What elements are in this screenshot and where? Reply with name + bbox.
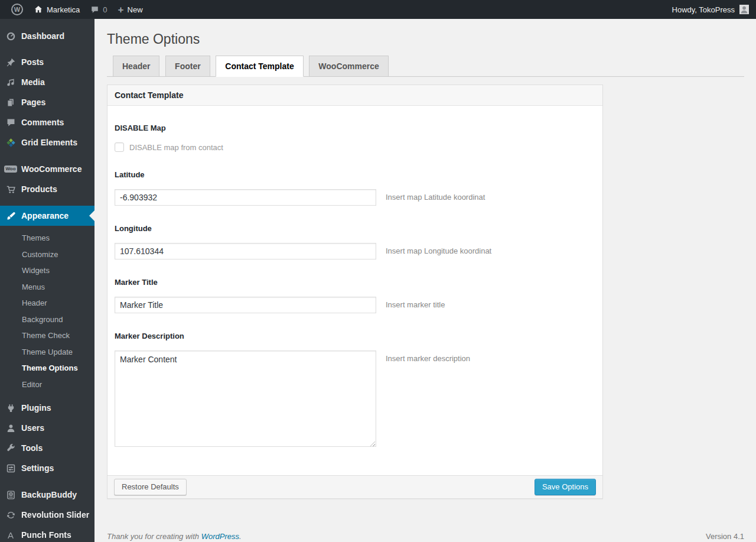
sidebar-item-grid-elements[interactable]: Grid Elements [0, 132, 94, 152]
appearance-submenu: Themes Customize Widgets Menus Header Ba… [0, 226, 94, 398]
wordpress-link[interactable]: WordPress [201, 532, 239, 541]
pages-stack-icon [5, 96, 17, 108]
disable-map-heading: DISABLE Map [115, 124, 595, 132]
sidebar-label: Pages [21, 98, 45, 107]
sidebar-label: Grid Elements [21, 138, 77, 147]
longitude-label: Longitude [115, 224, 595, 233]
sidebar-item-products[interactable]: Products [0, 179, 94, 199]
sidebar-item-users[interactable]: Users [0, 418, 94, 438]
submenu-item-customize[interactable]: Customize [0, 246, 94, 263]
sidebar-label: Posts [21, 57, 44, 67]
sidebar-item-comments[interactable]: Comments [0, 112, 94, 132]
panel-body: DISABLE Map DISABLE map from contact Lat… [107, 106, 602, 475]
field-group-disable-map: DISABLE Map DISABLE map from contact [115, 124, 595, 152]
pushpin-icon [5, 56, 17, 68]
latitude-input[interactable] [115, 189, 376, 206]
admin-bar: W Marketica 0 + New Howdy, TokoPress [0, 0, 756, 19]
submenu-item-theme-options[interactable]: Theme Options [0, 360, 94, 377]
footer-thanks-text: Thank you for creating with WordPress. [107, 532, 242, 541]
sidebar-label: Dashboard [21, 31, 64, 41]
wordpress-logo-menu[interactable]: W [6, 0, 28, 19]
marker-title-label: Marker Title [115, 278, 595, 287]
sidebar-label: BackupBuddy [21, 490, 77, 499]
tab-footer[interactable]: Footer [165, 56, 210, 77]
footer-thanks-suffix: . [239, 532, 242, 541]
backup-drive-icon [5, 489, 17, 501]
submenu-item-theme-check[interactable]: Theme Check [0, 327, 94, 344]
field-group-longitude: Longitude Insert map Longitude koordinat [115, 224, 595, 259]
new-label: New [128, 5, 143, 14]
user-avatar[interactable] [739, 5, 749, 14]
sidebar-item-punch-fonts[interactable]: A Punch Fonts [0, 525, 94, 542]
sidebar-item-posts[interactable]: Posts [0, 52, 94, 72]
music-note-icon [5, 76, 17, 88]
sidebar-item-tools[interactable]: Tools [0, 438, 94, 458]
disable-map-checkbox-label: DISABLE map from contact [129, 143, 223, 152]
sliders-icon [5, 462, 17, 474]
sidebar-item-backupbuddy[interactable]: BackupBuddy [0, 485, 94, 505]
dashboard-gauge-icon [5, 30, 17, 42]
save-options-button[interactable]: Save Options [535, 479, 596, 495]
longitude-input[interactable] [115, 243, 376, 259]
submenu-item-header[interactable]: Header [0, 295, 94, 311]
marker-description-textarea[interactable]: Marker Content [115, 350, 376, 447]
sidebar-label: Revolution Slider [21, 510, 89, 520]
comment-bubble-icon [90, 5, 99, 14]
sidebar-label: Plugins [21, 403, 51, 413]
submenu-item-editor[interactable]: Editor [0, 377, 94, 393]
submenu-item-background[interactable]: Background [0, 311, 94, 328]
submenu-item-theme-update[interactable]: Theme Update [0, 344, 94, 361]
sidebar-item-appearance[interactable]: Appearance [0, 206, 94, 226]
new-content-menu[interactable]: + New [113, 0, 148, 19]
tab-contact-template[interactable]: Contact Template [216, 56, 303, 77]
panel-title: Contact Template [107, 85, 602, 106]
sidebar-label: Settings [21, 463, 54, 473]
page-title: Theme Options [107, 31, 744, 47]
tab-header[interactable]: Header [113, 56, 159, 77]
sidebar-item-pages[interactable]: Pages [0, 92, 94, 112]
submenu-item-menus[interactable]: Menus [0, 279, 94, 296]
user-icon [5, 422, 17, 434]
main-content: Theme Options Header Footer Contact Temp… [94, 19, 756, 541]
tab-bar: Header Footer Contact Template WooCommer… [107, 56, 744, 77]
grid-pinwheel-icon [5, 137, 17, 148]
marker-title-help-text: Insert marker title [386, 297, 445, 309]
marker-description-help-text: Insert marker description [386, 350, 470, 363]
shopping-cart-icon [5, 183, 17, 195]
submenu-item-widgets[interactable]: Widgets [0, 262, 94, 279]
cycle-arrows-icon [5, 509, 17, 521]
sidebar-label: Users [21, 423, 44, 433]
disable-map-checkbox[interactable] [115, 142, 124, 152]
sidebar-item-revolution-slider[interactable]: Revolution Slider [0, 505, 94, 525]
home-icon [34, 5, 43, 14]
marker-title-input[interactable] [115, 297, 376, 313]
plug-icon [5, 402, 17, 414]
submenu-item-themes[interactable]: Themes [0, 230, 94, 246]
tab-woocommerce[interactable]: WooCommerce [309, 56, 388, 77]
sidebar-label: Appearance [21, 211, 69, 220]
sidebar-item-dashboard[interactable]: Dashboard [0, 26, 94, 46]
longitude-help-text: Insert map Longitude koordinat [386, 243, 491, 255]
speech-bubble-icon [5, 116, 17, 128]
sidebar-item-woocommerce[interactable]: Woo WooCommerce [0, 159, 94, 179]
comment-count: 0 [103, 5, 107, 14]
sidebar-label: Media [21, 77, 45, 87]
sidebar-label: Punch Fonts [21, 530, 71, 540]
panel-footer: Restore Defaults Save Options [107, 475, 602, 498]
howdy-account-menu[interactable]: Howdy, TokoPress [672, 5, 735, 14]
field-group-latitude: Latitude Insert map Latitude koordinat [115, 170, 595, 206]
sidebar-item-media[interactable]: Media [0, 72, 94, 92]
sidebar-label: WooCommerce [21, 164, 82, 174]
sidebar-item-plugins[interactable]: Plugins [0, 398, 94, 418]
wordpress-logo-icon: W [11, 4, 23, 15]
latitude-label: Latitude [115, 170, 595, 179]
plus-icon: + [118, 5, 124, 15]
restore-defaults-button[interactable]: Restore Defaults [114, 479, 187, 495]
letter-a-icon: A [5, 529, 17, 541]
sidebar-item-settings[interactable]: Settings [0, 458, 94, 478]
site-name-menu[interactable]: Marketica [28, 0, 85, 19]
comments-menu[interactable]: 0 [85, 0, 112, 19]
sidebar-label: Comments [21, 118, 64, 127]
footer-thanks-prefix: Thank you for creating with [107, 532, 201, 541]
contact-template-panel: Contact Template DISABLE Map DISABLE map… [107, 85, 603, 499]
